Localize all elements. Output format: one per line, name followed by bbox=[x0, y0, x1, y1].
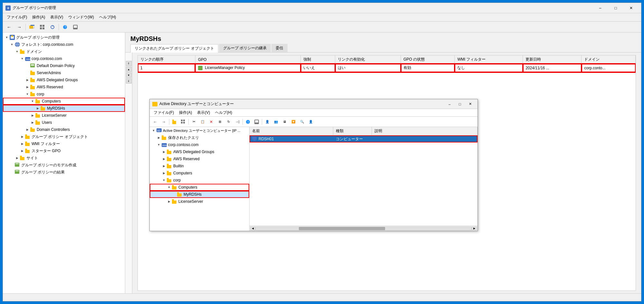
tree-item-default-policy[interactable]: ▶ Default Domain Policy bbox=[3, 62, 125, 69]
sec-menu-view[interactable]: 表示(V) bbox=[194, 110, 213, 116]
sec-computer-button[interactable]: 🖥 bbox=[280, 118, 289, 126]
sort-up[interactable]: ▲ bbox=[126, 67, 132, 72]
sec-maximize-button[interactable]: □ bbox=[455, 100, 465, 108]
tree-item-model[interactable]: ▶ グループ ポリシーのモデル作成 bbox=[3, 162, 125, 169]
sort-down-bottom[interactable]: ⇓ bbox=[126, 78, 132, 83]
sec-tree-licenseserver[interactable]: ▶ LicenseServer bbox=[150, 198, 249, 205]
col-domain[interactable]: ドメイン bbox=[582, 55, 636, 64]
forward-button[interactable]: → bbox=[14, 23, 24, 32]
help-button[interactable]: ? bbox=[60, 23, 70, 32]
maximize-button[interactable]: □ bbox=[608, 4, 623, 13]
sec-tree-aws-reserved[interactable]: ▶ AWS Reserved bbox=[150, 155, 249, 162]
sec-tree-corp-computers[interactable]: ▼ Computers bbox=[150, 184, 249, 191]
sec-menu-help[interactable]: ヘルプ(H) bbox=[213, 110, 235, 116]
tree-item-aws-delegated[interactable]: ▶ AWS Delegated Groups bbox=[3, 76, 125, 83]
sec-tree-corp[interactable]: ▼ corp bbox=[150, 177, 249, 184]
menu-window[interactable]: ウィンドウ(W) bbox=[66, 14, 96, 21]
scroll-track[interactable] bbox=[255, 227, 472, 230]
tree-item-root[interactable]: ▼ グループ ポリシーの管理 bbox=[3, 34, 125, 41]
bottom-scrollbar[interactable]: ◀ ▶ bbox=[250, 226, 478, 231]
menu-view[interactable]: 表示(V) bbox=[48, 14, 66, 21]
tree-item-corp-contoso[interactable]: ▼ www corp.contoso.com bbox=[3, 55, 125, 62]
col-wmi-filter[interactable]: WMI フィルター bbox=[455, 55, 523, 64]
col-enforcement[interactable]: 強制 bbox=[301, 55, 335, 64]
sec-tree-builtin[interactable]: ▶ Builtin bbox=[150, 162, 249, 170]
sec-delete-button[interactable]: ✕ bbox=[207, 118, 215, 126]
sec-menu-file[interactable]: ファイル(F) bbox=[151, 110, 176, 116]
minimize-button[interactable]: – bbox=[593, 4, 608, 13]
new-window-button[interactable] bbox=[27, 23, 37, 32]
col-order[interactable]: リンクの順序 bbox=[138, 55, 195, 64]
sec-copy-button[interactable]: 📋 bbox=[198, 118, 207, 126]
sec-back-button[interactable]: ← bbox=[151, 118, 159, 126]
sec-menu-action[interactable]: 操作(A) bbox=[176, 110, 194, 116]
list-item-rdsh01[interactable]: RDSH01 コンピューター bbox=[250, 135, 478, 142]
tree-item-gpo[interactable]: ▶ グループ ポリシー オブジェクト bbox=[3, 133, 125, 140]
expand-icon: ▼ bbox=[156, 142, 161, 147]
menu-action[interactable]: 操作(A) bbox=[30, 14, 48, 21]
ou-icon bbox=[177, 191, 183, 197]
svg-rect-26 bbox=[31, 65, 34, 66]
col-updated[interactable]: 更新日時 bbox=[523, 55, 582, 64]
sec-minimize-button[interactable]: – bbox=[445, 100, 454, 108]
sec-export-button[interactable]: →| bbox=[233, 118, 242, 126]
tree-item-domain-controllers[interactable]: ▶ Domain Controllers bbox=[3, 126, 125, 133]
sec-close-button[interactable]: ✕ bbox=[465, 100, 475, 108]
sec-users-button[interactable]: 👤 bbox=[263, 118, 271, 126]
tab-delegation[interactable]: 委任 bbox=[271, 44, 288, 52]
sec-refresh-button[interactable]: ↻ bbox=[224, 118, 233, 126]
tree-item-licenseserver[interactable]: ▶ LicenseServer bbox=[3, 112, 125, 119]
tree-item-domain-root[interactable]: ▼ ドメイン bbox=[3, 48, 125, 55]
sec-help-button2[interactable]: ? bbox=[244, 118, 252, 126]
sec-tree-myrdshs[interactable]: ▶ MyRDSHs bbox=[150, 191, 249, 198]
tree-item-sites[interactable]: ▶ サイト bbox=[3, 154, 125, 162]
domain-root-icon bbox=[20, 49, 25, 54]
sec-tree-computers[interactable]: ▶ Computers bbox=[150, 170, 249, 177]
menu-file[interactable]: ファイル(F) bbox=[4, 14, 30, 21]
svg-rect-48 bbox=[25, 142, 27, 143]
sec-tree-aws-delegated[interactable]: ▶ AWS Delegated Groups bbox=[150, 148, 249, 155]
col-link-enabled[interactable]: リンクの有効化 bbox=[335, 55, 401, 64]
sec-move-button[interactable]: ⊞ bbox=[216, 118, 224, 126]
sec-up-button[interactable] bbox=[170, 118, 179, 126]
scroll-left[interactable]: ◀ bbox=[250, 227, 255, 230]
tree-item-serveradmins[interactable]: ▶ ServerAdmins bbox=[3, 69, 125, 76]
sec-tree-saved-queries[interactable]: ▶ 保存されたクエリ bbox=[150, 134, 249, 141]
sort-down[interactable]: ▼ bbox=[126, 73, 132, 78]
tree-item-aws-reserved[interactable]: ▶ AWS Reserved bbox=[3, 83, 125, 91]
tree-item-myrdshs[interactable]: ▶ MyRDSHs bbox=[3, 105, 125, 112]
col-gpo-status[interactable]: GPO の状態 bbox=[401, 55, 455, 64]
tree-item-results[interactable]: ▶ グループ ポリシーの結果 bbox=[3, 169, 125, 176]
sort-up-top[interactable]: ⇑ bbox=[126, 61, 132, 66]
tree-label-aws-reserved: AWS Reserved bbox=[37, 85, 63, 89]
sec-extra-button[interactable]: 👤 bbox=[307, 118, 315, 126]
close-button[interactable]: ✕ bbox=[624, 4, 639, 13]
menu-help[interactable]: ヘルプ(H) bbox=[97, 14, 119, 21]
refresh-button[interactable] bbox=[48, 23, 57, 32]
tab-linked-gpo[interactable]: リンクされたグループ ポリシー オブジェクト bbox=[130, 44, 218, 53]
sec-forward-button[interactable]: → bbox=[160, 118, 168, 126]
sec-console-button[interactable] bbox=[252, 118, 261, 126]
grid-button[interactable] bbox=[37, 23, 47, 32]
sec-grid-button[interactable] bbox=[179, 118, 187, 126]
console-button[interactable] bbox=[71, 23, 80, 32]
tree-item-computers[interactable]: ▼ Computers bbox=[3, 98, 125, 105]
sec-group-button[interactable]: 👥 bbox=[272, 118, 280, 126]
sec-tree-corp-contoso[interactable]: ▼ www corp.contoso.com bbox=[150, 141, 249, 148]
tree-item-corp[interactable]: ▼ corp bbox=[3, 91, 125, 98]
tree-item-starter-gpo[interactable]: ▶ スターター GPO bbox=[3, 147, 125, 154]
tree-item-wmi[interactable]: ▶ WMI フィルター bbox=[3, 140, 125, 147]
sec-tree-ad-root[interactable]: ▼ AD Active Directory ユーザーとコンピューター [IP .… bbox=[150, 127, 249, 134]
back-button[interactable]: ← bbox=[4, 23, 14, 32]
sec-find-button[interactable]: 🔍 bbox=[298, 118, 306, 126]
scroll-right[interactable]: ▶ bbox=[472, 227, 477, 230]
svg-rect-32 bbox=[30, 85, 32, 86]
table-row[interactable]: 1 LicenseManager Policy いいえ はい 有効 なし 202… bbox=[138, 64, 636, 72]
col-gpo[interactable]: GPO bbox=[195, 55, 301, 64]
tab-inheritance[interactable]: グループ ポリシーの継承 bbox=[219, 44, 271, 52]
expand-icon: ▼ bbox=[166, 185, 172, 190]
tree-item-users[interactable]: ▶ Users bbox=[3, 119, 125, 126]
tree-item-forest[interactable]: ▼ フォレスト: corp.contoso.com bbox=[3, 41, 125, 48]
sec-filter-button[interactable]: 🔽 bbox=[289, 118, 298, 126]
sec-cut-button[interactable]: ✂ bbox=[190, 118, 198, 126]
